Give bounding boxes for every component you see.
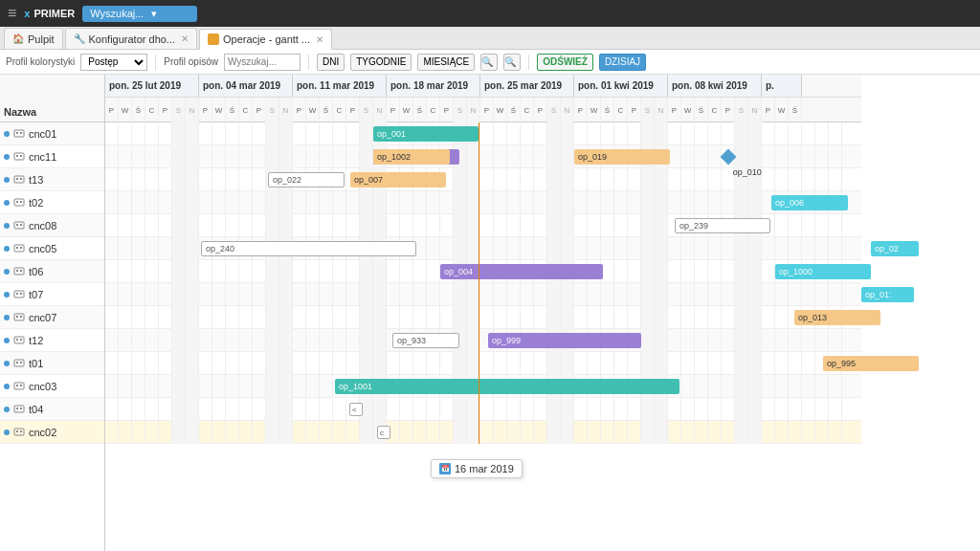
- gantt-bar-op_02[interactable]: op_02: [871, 241, 919, 256]
- zoom-in-button[interactable]: 🔍: [480, 54, 498, 71]
- day-col-48: [748, 421, 762, 444]
- day-col-15: [306, 329, 320, 352]
- day-col-38: [614, 191, 628, 214]
- day-col-11: [253, 283, 266, 306]
- row-name-t02[interactable]: t02: [0, 191, 104, 214]
- day-col-22: [400, 191, 413, 214]
- day-col-9: [226, 398, 239, 421]
- day-col-49: [762, 237, 775, 260]
- row-name-cnc11[interactable]: cnc11: [0, 145, 104, 168]
- search-dropdown-arrow[interactable]: ▾: [151, 8, 157, 20]
- row-name-cnc02[interactable]: cnc02: [0, 421, 104, 444]
- tab-operacje-close[interactable]: ✕: [316, 34, 323, 45]
- btn-days[interactable]: DNI: [317, 54, 345, 71]
- day-col-2: [132, 352, 145, 375]
- day-col-2: [132, 329, 145, 352]
- row-bullet-t02: [4, 200, 10, 206]
- gantt-bar-op_01:[interactable]: op_01:: [861, 287, 914, 302]
- day-col-47: [735, 398, 748, 421]
- day-col-40: [641, 398, 655, 421]
- row-name-t13[interactable]: t13: [0, 168, 104, 191]
- day-cell-6: N: [186, 98, 199, 122]
- day-col-28: [480, 122, 494, 145]
- gantt-bar-op_933[interactable]: op_933: [392, 333, 459, 348]
- day-col-14: [293, 375, 306, 398]
- gantt-bar-op_999[interactable]: op_999: [488, 333, 641, 348]
- day-col-47: [735, 122, 748, 145]
- row-name-cnc01[interactable]: cnc01: [0, 122, 104, 145]
- svg-rect-1: [16, 132, 18, 134]
- gantt-bar-op_1000[interactable]: op_1000: [775, 264, 871, 279]
- day-col-44: [695, 191, 708, 214]
- main-area: Nazwa cnc01 cnc11 t13 t02 cnc08 cnc05 t0…: [0, 75, 980, 551]
- gantt-bar-op_006[interactable]: op_006: [771, 195, 848, 210]
- btn-months[interactable]: MIESIĄCE: [417, 54, 475, 71]
- gantt-panel[interactable]: pon. 25 lut 2019pon. 04 mar 2019pon. 11 …: [105, 75, 980, 551]
- gantt-bar-op_013[interactable]: op_013: [794, 310, 880, 325]
- day-col-44: [695, 421, 708, 444]
- svg-rect-24: [14, 314, 24, 320]
- svg-rect-39: [14, 429, 24, 435]
- gantt-bar-op_022[interactable]: op_022: [268, 172, 345, 187]
- row-name-t12[interactable]: t12: [0, 329, 104, 352]
- day-col-15: [306, 214, 320, 237]
- gantt-bar-op_1001[interactable]: op_1001: [335, 379, 679, 394]
- day-col-47: [735, 237, 748, 260]
- gantt-row-cnc01: op_001: [105, 122, 861, 145]
- gantt-bar-op_004[interactable]: op_004: [440, 264, 603, 279]
- day-col-38: [614, 421, 628, 444]
- gantt-bar-<[interactable]: <: [349, 403, 363, 416]
- day-col-5: [172, 306, 186, 329]
- row-name-t06[interactable]: t06: [0, 260, 104, 283]
- row-name-cnc05[interactable]: cnc05: [0, 237, 104, 260]
- gantt-bar-op_001[interactable]: op_001: [373, 126, 479, 142]
- day-col-48: [748, 191, 762, 214]
- day-col-16: [320, 329, 333, 352]
- tab-pulpit[interactable]: 🏠 Pulpit: [4, 28, 63, 49]
- operation-profile-search[interactable]: [224, 54, 301, 71]
- row-name-cnc07[interactable]: cnc07: [0, 306, 104, 329]
- btn-refresh[interactable]: ODŚWIEŻ: [537, 54, 593, 71]
- day-col-47: [735, 191, 748, 214]
- gantt-bar-op_1002[interactable]: op_1002: [373, 149, 450, 165]
- gantt-bar-op_995[interactable]: op_995: [823, 356, 919, 371]
- gantt-bar-op_007[interactable]: op_007: [350, 172, 446, 187]
- row-name-t04[interactable]: t04: [0, 398, 104, 421]
- hamburger-icon[interactable]: ≡: [8, 5, 16, 22]
- day-col-25: [440, 398, 454, 421]
- gantt-bar-op_240[interactable]: op_240: [201, 241, 416, 256]
- tab-konfigurator-label: Konfigurator dho...: [89, 33, 176, 45]
- row-name-cnc08[interactable]: cnc08: [0, 214, 104, 237]
- row-name-cnc03[interactable]: cnc03: [0, 375, 104, 398]
- day-col-22: [400, 352, 413, 375]
- gantt-bar-c[interactable]: c: [377, 426, 390, 439]
- btn-today[interactable]: DZISIAJ: [599, 54, 646, 71]
- zoom-out-button[interactable]: 🔍: [503, 54, 521, 71]
- day-col-14: [293, 191, 306, 214]
- svg-rect-28: [16, 339, 18, 341]
- day-col-47: [735, 375, 748, 398]
- tab-operacje[interactable]: Operacje - gantt ... ✕: [199, 29, 332, 50]
- day-col-43: [681, 122, 695, 145]
- color-profile-select[interactable]: Postęp: [80, 54, 147, 71]
- row-name-t07[interactable]: t07: [0, 283, 104, 306]
- day-col-7: [199, 260, 212, 283]
- day-col-4: [159, 421, 172, 444]
- day-col-3: [145, 352, 159, 375]
- day-col-39: [628, 398, 641, 421]
- day-cell-7: P: [199, 98, 212, 122]
- global-search-bar[interactable]: Wyszukaj... ▾: [82, 6, 197, 22]
- gantt-bar-op_019[interactable]: op_019: [574, 149, 670, 165]
- day-col-21: [387, 260, 400, 283]
- gantt-bar-op_239[interactable]: op_239: [675, 218, 770, 233]
- day-col-28: [480, 306, 494, 329]
- day-col-36: [588, 122, 601, 145]
- tab-konfigurator[interactable]: 🔧 Konfigurator dho... ✕: [65, 28, 198, 49]
- row-label-t02: t02: [29, 197, 43, 209]
- btn-weeks[interactable]: TYGODNIE: [350, 54, 412, 71]
- tab-konfigurator-close[interactable]: ✕: [181, 33, 189, 44]
- row-name-t01[interactable]: t01: [0, 352, 104, 375]
- day-col-48: [748, 122, 762, 145]
- row-icon-t13: [12, 173, 26, 187]
- week-cell: pon. 01 kwi 2019: [574, 75, 668, 97]
